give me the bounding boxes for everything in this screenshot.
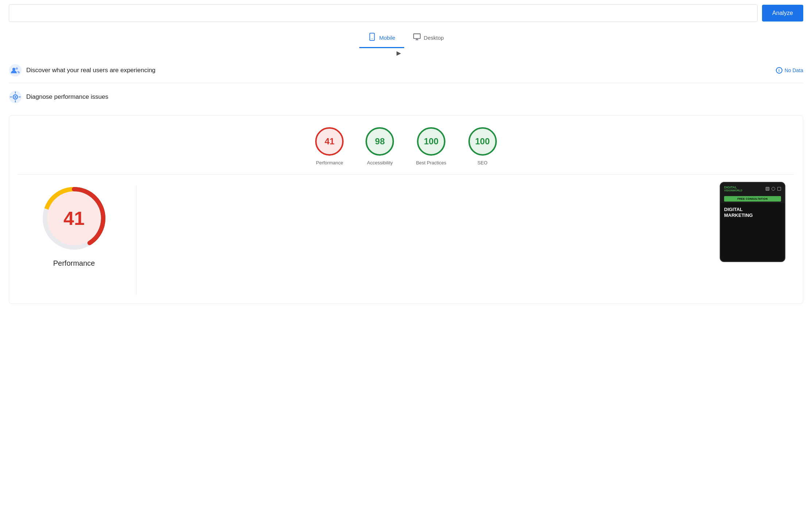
analyze-button[interactable]: Analyze [762, 5, 803, 22]
tab-desktop[interactable]: Desktop [404, 29, 453, 48]
score-item-seo: 100 SEO [468, 127, 497, 165]
svg-rect-2 [413, 34, 420, 39]
tab-mobile[interactable]: Mobile [359, 29, 404, 48]
svg-point-5 [9, 64, 22, 77]
diagnose-title: Diagnose performance issues [26, 93, 108, 101]
phone-content-title-line2: MARKETING [724, 212, 781, 218]
score-circle-best-practices: 100 [417, 127, 445, 156]
diagnose-icon [9, 90, 22, 104]
score-label-seo: SEO [477, 160, 487, 165]
svg-point-7 [16, 67, 18, 70]
score-label-accessibility: Accessibility [367, 160, 393, 165]
phone-content: DIGITAL MARKETING [720, 203, 785, 261]
url-input[interactable]: https://digitalvisionworld.com/ [9, 4, 758, 22]
score-circle-performance: 41 [315, 127, 344, 156]
big-gauge-value: 41 [63, 207, 85, 229]
phone-nav-icon-2 [772, 187, 775, 191]
score-value-accessibility: 98 [375, 136, 385, 147]
scores-row: 41 Performance 98 Accessibility 100 Best… [18, 127, 794, 165]
diagnose-section-header: Diagnose performance issues [0, 83, 812, 109]
score-value-best-practices: 100 [424, 136, 438, 147]
real-users-icon [9, 64, 22, 77]
no-data-label: No Data [785, 67, 803, 73]
no-data-indicator: i No Data [776, 67, 803, 74]
screenshot-container: DIGITAL VISIONWORLD FREE CONSULTATION DI… [720, 182, 785, 262]
phone-logo-part2: VISIONWORLD [724, 189, 742, 192]
svg-point-10 [15, 96, 16, 98]
cursor-indicator: ▶ [397, 50, 401, 56]
big-gauge-container: 41 Performance [27, 182, 121, 268]
score-circle-seo: 100 [468, 127, 497, 156]
mobile-icon [368, 33, 376, 43]
phone-content-title-line1: DIGITAL [724, 207, 781, 212]
svg-rect-0 [370, 33, 375, 40]
big-gauge-label: Performance [53, 259, 95, 268]
score-item-best-practices: 100 Best Practices [416, 127, 446, 165]
big-gauge: 41 [38, 182, 111, 255]
phone-mockup-header: DIGITAL VISIONWORLD [720, 183, 785, 195]
tab-desktop-label: Desktop [424, 35, 444, 41]
tab-switcher: Mobile Desktop [0, 29, 812, 48]
score-circle-accessibility: 98 [366, 127, 394, 156]
tab-mobile-label: Mobile [379, 35, 395, 41]
desktop-icon [413, 33, 421, 43]
score-item-accessibility: 98 Accessibility [366, 127, 394, 165]
info-icon: i [776, 67, 782, 74]
phone-logo: DIGITAL VISIONWORLD [724, 186, 742, 192]
vertical-divider [136, 186, 136, 295]
url-bar-section: https://digitalvisionworld.com/ Analyze [0, 0, 812, 22]
score-value-performance: 41 [325, 136, 335, 147]
phone-nav-icons [766, 187, 781, 191]
score-label-best-practices: Best Practices [416, 160, 446, 165]
phone-logo-part1: DIGITAL [724, 186, 737, 189]
phone-nav-icon-1 [766, 187, 769, 191]
real-users-section-header: Discover what your real users are experi… [0, 56, 812, 83]
real-users-title: Discover what your real users are experi… [26, 67, 155, 74]
phone-cta: FREE CONSULTATION [724, 196, 781, 202]
scores-card: 41 Performance 98 Accessibility 100 Best… [9, 115, 803, 304]
bottom-section: 41 Performance DIGITAL VISIONWORLD [18, 175, 794, 295]
score-label-performance: Performance [316, 160, 343, 165]
phone-mockup: DIGITAL VISIONWORLD FREE CONSULTATION DI… [720, 182, 785, 262]
phone-nav-icon-3 [777, 187, 781, 191]
score-value-seo: 100 [475, 136, 490, 147]
svg-point-6 [12, 68, 15, 71]
score-item-performance: 41 Performance [315, 127, 344, 165]
